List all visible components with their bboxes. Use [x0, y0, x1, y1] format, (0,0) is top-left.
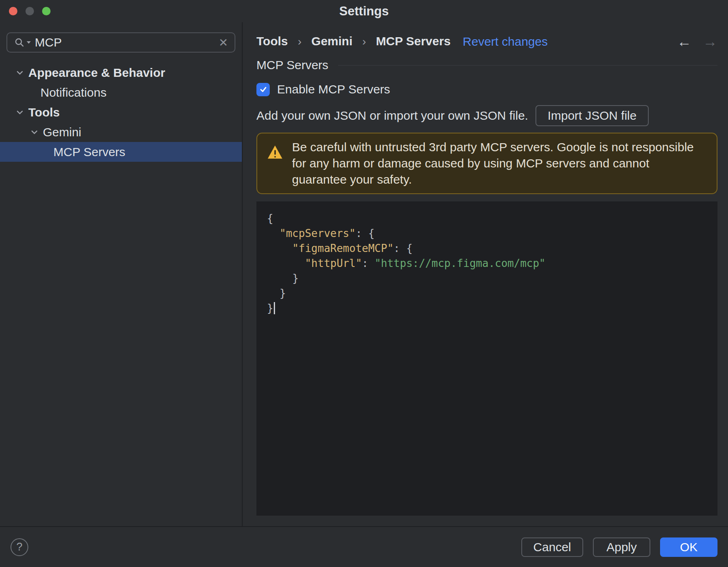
zoom-window-button[interactable]	[42, 7, 51, 15]
breadcrumb: Tools › Gemini › MCP Servers	[256, 32, 451, 51]
settings-search-box[interactable]: ✕	[6, 32, 235, 53]
checkmark-icon	[259, 85, 267, 93]
breadcrumb-separator-icon: ›	[362, 35, 366, 48]
sidebar-item-appearance-behavior[interactable]: Appearance & Behavior	[0, 63, 242, 83]
section-divider	[338, 65, 717, 66]
enable-mcp-row[interactable]: Enable MCP Servers	[256, 83, 717, 96]
sidebar-item-label: Notifications	[40, 86, 106, 99]
chevron-down-icon[interactable]	[30, 128, 39, 137]
footer-buttons: Cancel Apply OK	[521, 537, 717, 557]
json-editor[interactable]: { "mcpServers": { "figmaRemoteMCP": { "h…	[256, 201, 717, 516]
settings-sidebar: ✕ Appearance & Behavior Notifications To…	[0, 22, 243, 526]
apply-button[interactable]: Apply	[593, 537, 650, 557]
dialog-footer: ? Cancel Apply OK	[0, 526, 728, 567]
clear-search-icon[interactable]: ✕	[219, 36, 228, 49]
traffic-lights	[9, 0, 51, 22]
titlebar: Settings	[0, 0, 728, 22]
mcp-servers-panel: Tools › Gemini › MCP Servers Revert chan…	[243, 22, 728, 526]
settings-content: ✕ Appearance & Behavior Notifications To…	[0, 22, 728, 526]
sidebar-item-mcp-servers[interactable]: MCP Servers	[0, 142, 242, 162]
chevron-down-icon[interactable]	[15, 68, 24, 77]
chevron-down-icon[interactable]	[15, 108, 24, 117]
search-options-chevron-icon	[27, 41, 31, 44]
import-row: Add your own JSON or import your own JSO…	[256, 105, 717, 126]
window-title: Settings	[339, 4, 389, 19]
sidebar-item-label: Appearance & Behavior	[28, 66, 165, 80]
sidebar-item-label: Gemini	[43, 125, 81, 139]
enable-mcp-checkbox[interactable]	[256, 83, 270, 96]
search-icon	[14, 37, 31, 48]
history-arrows: ← →	[677, 32, 717, 51]
warning-text: Be careful with untrusted 3rd party MCP …	[292, 139, 707, 188]
warning-banner: Be careful with untrusted 3rd party MCP …	[256, 133, 717, 194]
warning-icon	[267, 145, 283, 159]
section-title: MCP Servers	[256, 58, 328, 72]
help-icon: ?	[16, 541, 22, 553]
breadcrumb-row: Tools › Gemini › MCP Servers Revert chan…	[256, 32, 717, 51]
close-window-button[interactable]	[9, 7, 17, 15]
import-hint-text: Add your own JSON or import your own JSO…	[256, 109, 528, 123]
help-button[interactable]: ?	[11, 538, 28, 556]
breadcrumb-mcp-servers: MCP Servers	[376, 34, 451, 48]
cancel-button[interactable]: Cancel	[521, 537, 583, 557]
revert-changes-link[interactable]: Revert changes	[463, 32, 548, 51]
sidebar-item-label: MCP Servers	[53, 145, 125, 159]
back-arrow-icon[interactable]: ←	[677, 32, 692, 51]
sidebar-item-label: Tools	[28, 106, 60, 119]
import-json-button[interactable]: Import JSON file	[535, 105, 649, 126]
section-header: MCP Servers	[256, 58, 717, 72]
sidebar-item-notifications[interactable]: Notifications	[0, 83, 242, 102]
settings-window: Settings ✕ Appearance & Behavior Notific…	[0, 0, 728, 567]
forward-arrow-icon[interactable]: →	[703, 32, 717, 51]
minimize-window-button[interactable]	[25, 7, 34, 15]
enable-mcp-label: Enable MCP Servers	[277, 83, 390, 96]
json-editor-code[interactable]: { "mcpServers": { "figmaRemoteMCP": { "h…	[256, 201, 717, 316]
breadcrumb-gemini[interactable]: Gemini	[311, 34, 353, 48]
breadcrumb-tools[interactable]: Tools	[256, 34, 288, 48]
ok-button[interactable]: OK	[660, 537, 717, 557]
settings-tree: Appearance & Behavior Notifications Tool…	[0, 63, 242, 162]
sidebar-item-tools[interactable]: Tools	[0, 102, 242, 122]
sidebar-item-gemini[interactable]: Gemini	[0, 122, 242, 142]
breadcrumb-separator-icon: ›	[298, 35, 301, 48]
search-input[interactable]	[35, 36, 215, 49]
